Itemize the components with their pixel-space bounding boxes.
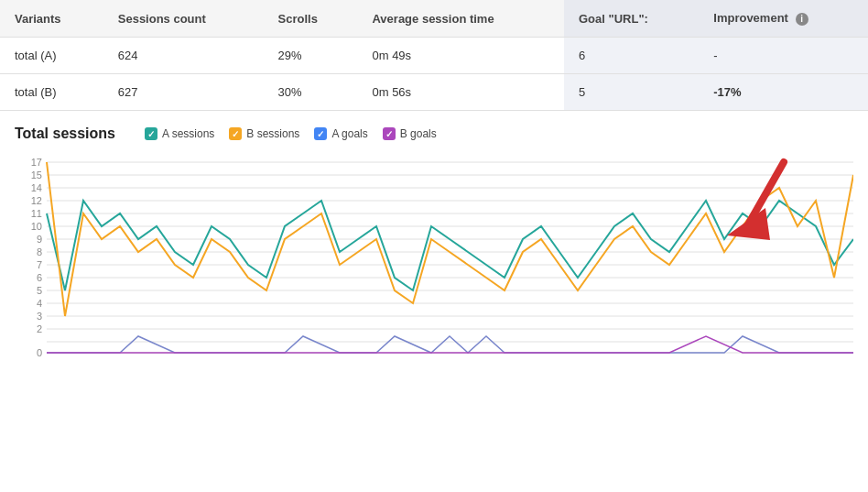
improvement-info-icon[interactable]: i xyxy=(796,13,808,26)
legend-a-sessions[interactable]: ✓ A sessions xyxy=(145,127,214,140)
b-goals-line xyxy=(47,336,853,353)
col-variants: Variants xyxy=(0,0,103,38)
cell-goal-a: 6 xyxy=(564,38,699,74)
cell-scrolls-a: 29% xyxy=(264,38,358,74)
col-goal-url: Goal "URL": xyxy=(564,0,699,38)
svg-text:15: 15 xyxy=(31,169,42,180)
col-sessions-count: Sessions count xyxy=(103,0,264,38)
cell-variant-b: total (B) xyxy=(0,74,103,111)
legend-check-b-goals: ✓ xyxy=(383,127,396,140)
legend-label-a-sessions: A sessions xyxy=(162,127,214,140)
cell-scrolls-b: 30% xyxy=(264,74,358,111)
col-scrolls: Scrolls xyxy=(264,0,358,38)
svg-text:11: 11 xyxy=(31,208,42,219)
col-avg-session-time: Average session time xyxy=(357,0,564,38)
svg-text:2: 2 xyxy=(37,323,42,334)
cell-avg-time-a: 0m 49s xyxy=(357,38,564,74)
cell-avg-time-b: 0m 56s xyxy=(357,74,564,111)
chart-section: Total sessions ✓ A sessions ✓ B sessions… xyxy=(0,111,868,420)
svg-text:10: 10 xyxy=(31,221,42,232)
svg-text:3: 3 xyxy=(37,311,42,322)
chart-title: Total sessions xyxy=(15,126,115,142)
svg-text:5: 5 xyxy=(37,285,42,296)
chart-header: Total sessions ✓ A sessions ✓ B sessions… xyxy=(15,126,853,142)
ab-test-table: Variants Sessions count Scrolls Average … xyxy=(0,0,868,111)
y-axis-group: 17 15 14 12 11 10 9 8 7 6 5 xyxy=(31,157,853,358)
chart-legend: ✓ A sessions ✓ B sessions ✓ A goals ✓ B … xyxy=(145,127,437,140)
legend-check-a-sessions: ✓ xyxy=(145,127,157,140)
table-row: total (A) 624 29% 0m 49s 6 - xyxy=(0,38,868,74)
table-row: total (B) 627 30% 0m 56s 5 -17% xyxy=(0,74,868,111)
legend-a-goals[interactable]: ✓ A goals xyxy=(314,127,367,140)
svg-text:17: 17 xyxy=(31,157,42,168)
legend-check-b-sessions: ✓ xyxy=(229,127,242,140)
svg-text:6: 6 xyxy=(37,272,42,283)
cell-improvement-a: - xyxy=(699,38,868,74)
cell-improvement-b: -17% xyxy=(699,74,868,111)
svg-text:0: 0 xyxy=(37,347,42,358)
legend-label-b-goals: B goals xyxy=(400,127,437,140)
cell-variant-a: total (A) xyxy=(0,38,103,74)
a-sessions-line xyxy=(47,201,853,290)
svg-text:14: 14 xyxy=(31,182,42,193)
cell-sessions-b: 627 xyxy=(103,74,264,111)
col-improvement: Improvement i xyxy=(699,0,868,38)
legend-label-b-sessions: B sessions xyxy=(246,127,299,140)
cell-goal-b: 5 xyxy=(564,74,699,111)
legend-b-goals[interactable]: ✓ B goals xyxy=(383,127,437,140)
chart-container: 17 15 14 12 11 10 9 8 7 6 5 xyxy=(15,153,853,412)
a-goals-line xyxy=(47,336,853,353)
svg-text:9: 9 xyxy=(37,234,42,245)
svg-text:8: 8 xyxy=(37,246,42,257)
line-chart: 17 15 14 12 11 10 9 8 7 6 5 xyxy=(15,153,853,410)
svg-text:4: 4 xyxy=(37,298,42,309)
svg-marker-32 xyxy=(727,208,770,240)
legend-label-a-goals: A goals xyxy=(331,127,367,140)
cell-sessions-a: 624 xyxy=(103,38,264,74)
legend-check-a-goals: ✓ xyxy=(314,127,327,140)
svg-text:12: 12 xyxy=(31,195,42,206)
svg-text:7: 7 xyxy=(37,259,42,270)
legend-b-sessions[interactable]: ✓ B sessions xyxy=(229,127,299,140)
